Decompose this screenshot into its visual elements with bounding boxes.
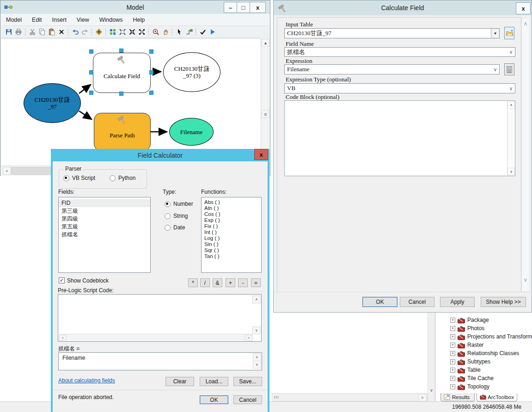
parser-python-radio[interactable]: Python (110, 175, 135, 182)
clear-button[interactable]: Clear (165, 377, 194, 386)
code-block-textarea[interactable]: ∧ ∨ (284, 100, 515, 176)
expand-icon[interactable]: + (450, 368, 455, 373)
expand-icon[interactable]: + (450, 326, 455, 331)
chevron-down-icon[interactable]: ∨ (252, 326, 261, 334)
type-number-radio[interactable]: Number (165, 201, 193, 208)
function-item[interactable]: Log ( ) (202, 235, 261, 241)
selection-handle[interactable] (89, 91, 93, 95)
chevron-down-icon[interactable]: ∨ (521, 276, 530, 283)
apply-button[interactable]: Apply (440, 297, 475, 307)
print-icon[interactable] (13, 27, 23, 37)
field-item[interactable]: 第三級 (59, 207, 150, 215)
model-node-filename[interactable]: Filename (169, 118, 214, 146)
full-extent-icon[interactable] (117, 27, 127, 37)
selection-handle[interactable] (149, 70, 153, 74)
select-icon[interactable] (174, 27, 184, 37)
menu-view[interactable]: View (72, 15, 94, 25)
add-data-icon[interactable] (94, 27, 104, 37)
operator-minus-button[interactable]: - (238, 278, 248, 287)
tree-item-photos[interactable]: +Photos (435, 324, 484, 332)
function-item[interactable]: Cos ( ) (202, 211, 261, 217)
function-item[interactable]: Tan ( ) (202, 253, 261, 259)
scroll-right-icon[interactable]: > (418, 394, 427, 401)
pan-icon[interactable] (160, 27, 170, 37)
expression-combo[interactable]: Filename ∨ (284, 64, 500, 74)
tree-item-projections[interactable]: +Projections and Transform (435, 332, 532, 341)
vertical-scrollbar[interactable]: ∨ (428, 313, 435, 401)
menu-model[interactable]: Model (1, 15, 27, 25)
function-item[interactable]: Sqr ( ) (202, 247, 261, 253)
function-item[interactable]: Abs ( ) (202, 199, 261, 205)
function-item[interactable]: Sin ( ) (202, 241, 261, 247)
menu-edit[interactable]: Edit (27, 15, 47, 25)
chevron-down-icon[interactable]: ∨ (253, 361, 261, 369)
auto-layout-icon[interactable] (108, 27, 117, 37)
redo-icon[interactable] (80, 27, 90, 37)
expand-icon[interactable]: + (450, 318, 455, 323)
tree-item-topology[interactable]: +Topology (435, 382, 489, 391)
model-canvas[interactable]: CH20130甘藷 _97 Calculate Field CH20130甘藷 … (1, 38, 261, 166)
tree-item-raster[interactable]: +Raster (435, 341, 483, 349)
selection-handle[interactable] (119, 49, 123, 53)
menu-insert[interactable]: Insert (47, 15, 72, 25)
menu-windows[interactable]: Windows (94, 15, 128, 25)
chevron-up-icon[interactable]: ∧ (253, 353, 261, 361)
field-item[interactable]: FID (59, 199, 150, 207)
selection-handle[interactable] (89, 49, 93, 54)
expression-type-combo[interactable]: VB ∨ (284, 83, 515, 93)
calculate-field-titlebar[interactable]: Calculate Field (274, 0, 532, 15)
expand-icon[interactable]: + (450, 334, 455, 339)
field-name-combo[interactable]: 抓檔名 ∨ (284, 47, 515, 57)
field-item[interactable]: 抓檔名 (59, 231, 150, 239)
type-date-radio[interactable]: Date (165, 224, 185, 231)
function-item[interactable]: Exp ( ) (202, 217, 261, 223)
menu-help[interactable]: Help (128, 15, 150, 25)
minimize-button[interactable]: – (224, 2, 237, 13)
ok-button[interactable]: OK (200, 395, 228, 404)
scroll-left-icon[interactable]: < (3, 167, 11, 175)
textarea-h-scrollbar[interactable]: < > (59, 334, 253, 341)
model-node-input-data[interactable]: CH20130甘藷 _97 (24, 83, 81, 123)
function-item[interactable]: Fix ( ) (202, 223, 261, 229)
type-string-radio[interactable]: String (165, 213, 188, 220)
chevron-up-icon[interactable]: ∧ (508, 101, 515, 109)
chevron-right-icon[interactable]: > (245, 335, 252, 341)
model-node-calculate-field[interactable]: Calculate Field (93, 53, 151, 93)
function-item[interactable]: Atn ( ) (202, 205, 261, 211)
chevron-down-icon[interactable]: ∨ (507, 49, 515, 55)
connect-icon[interactable] (184, 27, 194, 37)
textarea-scrollbar[interactable]: ∧ ∨ (507, 101, 514, 175)
horizontal-scrollbar[interactable]: III > (272, 393, 428, 401)
expand-icon[interactable]: + (450, 359, 455, 364)
about-calculating-fields-link[interactable]: About calculating fields (58, 377, 115, 384)
operator-equals-button[interactable]: = (251, 278, 261, 287)
tab-results[interactable]: Results (440, 393, 475, 401)
zoom-icon[interactable] (151, 27, 160, 37)
expand-icon[interactable]: + (450, 384, 455, 389)
dialog-scrollbar[interactable] (521, 18, 530, 292)
operator-plus-button[interactable]: + (226, 278, 235, 287)
close-button[interactable]: x (254, 149, 268, 160)
canvas-vertical-scrollbar[interactable]: ▲ ≡ (261, 38, 269, 166)
cancel-button[interactable]: Cancel (400, 297, 434, 307)
browse-button[interactable] (504, 27, 514, 39)
chevron-up-icon[interactable]: ∧ (252, 295, 261, 303)
operator-ampersand-button[interactable]: & (213, 278, 222, 287)
save-icon[interactable] (4, 27, 13, 37)
cut-icon[interactable] (27, 27, 37, 37)
splitter-grip-icon[interactable]: ≡ (262, 110, 269, 118)
fixed-zoom-in-icon[interactable] (127, 27, 137, 37)
expand-icon[interactable]: + (450, 376, 455, 381)
show-help-button[interactable]: Show Help >> (481, 297, 526, 307)
ok-button[interactable]: OK (362, 297, 397, 307)
tree-item-tile-cache[interactable]: +Tile Cache (435, 374, 494, 382)
expand-icon[interactable]: + (450, 351, 455, 356)
model-node-output-data[interactable]: CH20130甘藷 _97 (3) (163, 52, 220, 92)
selection-handle[interactable] (89, 70, 93, 74)
fixed-zoom-out-icon[interactable] (137, 27, 147, 37)
selection-handle[interactable] (149, 49, 153, 54)
paste-icon[interactable] (47, 27, 56, 37)
tab-arctoolbox[interactable]: ArcToolbox (477, 393, 517, 401)
copy-icon[interactable] (37, 27, 47, 37)
chevron-up-icon[interactable]: ∧ (521, 20, 530, 27)
